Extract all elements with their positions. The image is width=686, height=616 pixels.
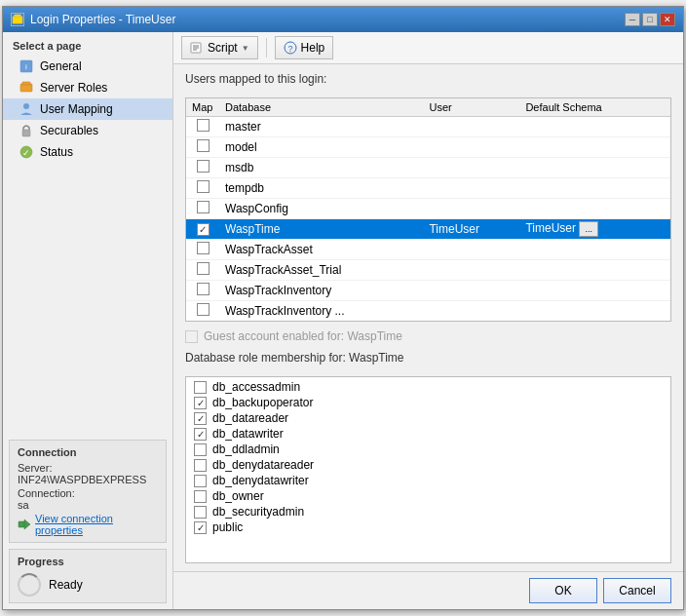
col-schema: Default Schema [519, 98, 657, 117]
connection-user-value: sa [18, 499, 158, 511]
map-cell[interactable] [186, 158, 219, 178]
users-mapped-label: Users mapped to this login: [185, 72, 671, 86]
guest-account-row: Guest account enabled for: WaspTime [185, 329, 671, 343]
map-cell[interactable] [186, 281, 219, 301]
user-mapping-icon [19, 101, 34, 117]
sidebar-item-status[interactable]: ✓ Status [3, 141, 172, 163]
role-label: db_backupoperator [212, 396, 313, 409]
sidebar-item-general[interactable]: i General [3, 56, 172, 77]
view-connection-properties-link[interactable]: View connection properties [18, 513, 158, 536]
role-item[interactable]: db_ddladmin [186, 442, 670, 457]
map-cell[interactable] [186, 219, 219, 240]
svg-rect-7 [22, 130, 30, 136]
cancel-button[interactable]: Cancel [603, 578, 671, 603]
role-label: db_ddladmin [212, 443, 280, 456]
database-cell: WaspTrackAsset_Trial [219, 260, 423, 281]
db-roles-container[interactable]: db_accessadmindb_backupoperatordb_datare… [185, 376, 671, 563]
map-cell[interactable] [186, 199, 219, 219]
svg-point-6 [23, 103, 29, 109]
server-label: Server: [18, 462, 158, 474]
database-cell: master [219, 117, 423, 137]
database-cell: tempdb [219, 178, 423, 199]
role-checkbox[interactable] [194, 521, 207, 534]
map-cell[interactable] [186, 260, 219, 281]
progress-content: Ready [18, 573, 158, 597]
server-value: INF24\WASPDBEXPRESS [18, 474, 158, 485]
role-item[interactable]: public [186, 520, 670, 535]
role-checkbox[interactable] [194, 506, 207, 519]
role-checkbox[interactable] [194, 412, 207, 425]
svg-rect-1 [15, 15, 21, 18]
database-cell: model [219, 137, 423, 158]
toolbar-separator [266, 38, 267, 58]
footer: OK Cancel [173, 571, 683, 609]
role-item[interactable]: db_datareader [186, 410, 670, 426]
connection-title: Connection [18, 446, 158, 458]
map-cell[interactable] [186, 240, 219, 260]
map-cell[interactable] [186, 301, 219, 322]
role-item[interactable]: db_accessadmin [186, 379, 670, 395]
user-cell: TimeUser [423, 219, 519, 240]
role-checkbox[interactable] [194, 443, 207, 456]
role-item[interactable]: db_backupoperator [186, 395, 670, 410]
titlebar-left: Login Properties - TimeUser [11, 13, 175, 26]
role-checkbox[interactable] [194, 475, 207, 487]
database-cell: WaspTime [219, 219, 423, 240]
script-button[interactable]: Script ▼ [181, 36, 258, 59]
role-checkbox[interactable] [194, 381, 207, 394]
svg-rect-5 [22, 82, 30, 85]
minimize-button[interactable]: ─ [625, 13, 640, 26]
role-item[interactable]: db_owner [186, 488, 670, 504]
schema-cell [519, 137, 657, 158]
user-cell [423, 240, 519, 260]
content-area: Users mapped to this login: Map Database… [173, 64, 683, 571]
role-item[interactable]: db_securityadmin [186, 504, 670, 520]
script-label: Script [208, 41, 238, 55]
role-item[interactable]: db_denydatawriter [186, 473, 670, 488]
role-label: db_securityadmin [212, 505, 304, 519]
database-cell: WaspTrackInventory [219, 281, 423, 301]
maximize-button[interactable]: □ [642, 13, 658, 26]
general-icon: i [19, 58, 34, 74]
sidebar-item-user-mapping[interactable]: User Mapping [3, 98, 172, 120]
col-user: User [423, 98, 519, 117]
user-cell [423, 281, 519, 301]
map-cell[interactable] [186, 178, 219, 199]
ok-button[interactable]: OK [529, 578, 597, 603]
user-cell [423, 260, 519, 281]
map-cell[interactable] [186, 137, 219, 158]
sidebar-item-server-roles[interactable]: Server Roles [3, 77, 172, 98]
map-cell[interactable] [186, 117, 219, 137]
sidebar-item-label-status: Status [40, 145, 73, 159]
main-window: Login Properties - TimeUser ─ □ ✕ Select… [2, 6, 684, 610]
close-button[interactable]: ✕ [660, 13, 675, 26]
schema-cell [519, 117, 657, 137]
user-cell [423, 137, 519, 158]
help-button[interactable]: ? Help [275, 36, 334, 59]
sidebar-item-label-server-roles: Server Roles [40, 81, 107, 95]
role-label: db_denydatareader [212, 458, 314, 472]
sidebar-item-label-user-mapping: User Mapping [40, 102, 113, 116]
schema-ellipsis-btn[interactable]: ... [579, 221, 598, 237]
user-cell [423, 199, 519, 219]
connection-link-text: View connection properties [35, 513, 158, 536]
schema-cell [519, 281, 657, 301]
role-checkbox[interactable] [194, 397, 207, 409]
db-roles-label: Database role membership for: WaspTime [185, 351, 671, 365]
role-checkbox[interactable] [194, 490, 207, 503]
securables-icon [19, 123, 34, 138]
role-item[interactable]: db_datawriter [186, 426, 670, 442]
role-checkbox[interactable] [194, 459, 207, 472]
role-checkbox[interactable] [194, 428, 207, 441]
sidebar-item-securables[interactable]: Securables [3, 120, 172, 141]
status-icon: ✓ [19, 144, 34, 160]
schema-cell [519, 199, 657, 219]
guest-account-label: Guest account enabled for: WaspTime [204, 329, 402, 343]
mapping-table-container[interactable]: Map Database User Default Schema master … [185, 97, 671, 322]
svg-text:?: ? [287, 44, 292, 54]
col-database: Database [219, 98, 423, 117]
role-item[interactable]: db_denydatareader [186, 457, 670, 473]
role-label: db_accessadmin [212, 380, 300, 394]
sidebar-item-label-general: General [40, 59, 82, 73]
schema-cell: TimeUser ... [519, 219, 657, 240]
